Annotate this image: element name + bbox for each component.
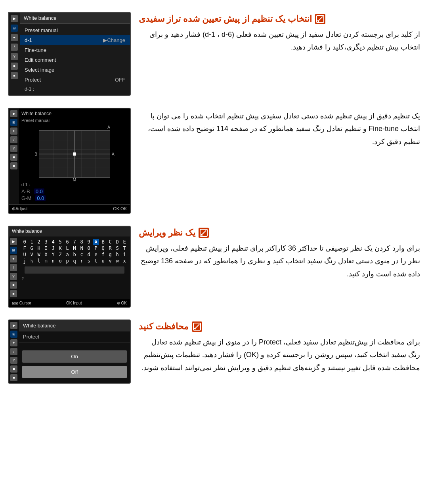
footer-cursor: ⊠⊠ Cursor (12, 301, 31, 305)
char-v: v (107, 258, 113, 264)
screen-4: ▶ ⊞ ✦ / Y ■ ■ White balance Protect On O… (8, 320, 131, 384)
grid-label-b2: B (34, 152, 37, 156)
char-X: X (43, 251, 49, 258)
screen-2-footer: ⊕Adjust OK OK (9, 204, 130, 213)
char-5: 5 (57, 239, 63, 245)
gm-row: G-M 0.0 (21, 195, 128, 201)
pencil-icon-1 (315, 14, 325, 24)
sidebar-icons-1: ▶ ⊞ ✦ / Y ■ ■ (9, 13, 20, 95)
screen2-d1: d-1 : (21, 182, 128, 187)
camera-screen-2: ▶ ⊞ ✦ / Y ■ ■ White balance Preset manua… (8, 108, 131, 214)
section-1-body: از کلید برای برجسته کردن تعادل سفید از پ… (139, 28, 420, 54)
page: ▶ ⊞ ✦ / Y ■ ■ White balance Preset manu (0, 0, 428, 407)
char-j: j (21, 258, 28, 264)
cam-icon-3: ✦ (11, 34, 18, 41)
section-3-heading-text: یک نظر ویرایش (139, 228, 195, 238)
char-c: c (78, 251, 85, 258)
char-R: R (107, 245, 113, 251)
grid-label-m: M (73, 178, 76, 182)
cam2-icon-5: Y (10, 145, 17, 152)
text-input-display[interactable] (25, 266, 124, 274)
menu-protect: Protect OFF (20, 75, 130, 85)
char-7: 7 (71, 239, 78, 245)
screen-1-content: White balance Preset manual d-1 ▶Change … (20, 13, 130, 95)
char-E: E (121, 239, 128, 245)
char-N: N (78, 245, 85, 251)
char-a: a (64, 251, 71, 258)
char-O: O (86, 245, 92, 251)
menu-preset-manual: Preset manual (20, 25, 130, 35)
cam2-icon-3: ✦ (10, 127, 17, 135)
camera-screen-1: ▶ ⊞ ✦ / Y ■ ■ White balance Preset manu (8, 12, 131, 96)
char-P: P (93, 245, 99, 251)
section-1-heading-text: انتخاب یک تنظیم از پیش تعیین شده تراز سف… (139, 14, 312, 24)
protect-on[interactable]: On (22, 350, 127, 363)
char-m: m (43, 258, 49, 264)
gm-value: 0.0 (35, 195, 46, 201)
pencil-icon-3 (199, 228, 209, 238)
editcomment-label: Edit comment (25, 57, 125, 63)
grid-svg (39, 131, 110, 177)
cam-icon-2: ⊞ (11, 25, 18, 32)
char-row-1: F G H I J K L M N O P Q R (21, 245, 128, 251)
screen-4-subtitle: Protect (19, 331, 130, 342)
screen-1-title: White balance (20, 13, 130, 24)
char-0: 0 (21, 239, 28, 245)
section-4-heading-text: محافظت کنید (139, 321, 189, 332)
char-B: B (100, 239, 106, 245)
screen-1-menu: Preset manual d-1 ▶Change Fine-tune Edit… (20, 24, 130, 95)
grid-label-a: A (107, 125, 110, 129)
cam4-icon-1: ▶ (10, 322, 17, 329)
cam2-icon-2: ⊞ (10, 119, 17, 126)
cam-icon-4: / (11, 44, 18, 51)
grid-label-a2: A (112, 152, 115, 156)
char-U: U (21, 251, 28, 258)
protect-options: On Off (19, 342, 130, 381)
screen-4-content: White balance Protect On Off (19, 320, 130, 383)
char-n: n (50, 258, 56, 264)
finetune-label: Fine-tune (25, 47, 125, 53)
protect-off[interactable]: Off (22, 366, 127, 378)
char-row-2: U V W X Y Z a b c d e f g (21, 251, 128, 258)
section-4-body: برای محافظت از پیش‌تنظیم تعادل سفید فعلی… (139, 336, 420, 374)
cam4-icon-5: Y (10, 357, 17, 364)
char-t: t (93, 258, 99, 264)
selectimage-label: Select image (25, 67, 125, 73)
char-d: d (86, 251, 92, 258)
char-A: A (93, 239, 99, 245)
char-C: C (107, 239, 113, 245)
char-k: k (29, 258, 35, 264)
sidebar-icons-4: ▶ ⊞ ✦ / Y ■ ■ (9, 320, 19, 383)
ab-row: A-B 0.0 (21, 188, 128, 194)
char-8: 8 (78, 239, 85, 245)
char-Y: Y (50, 251, 56, 258)
char-S: S (114, 245, 120, 251)
char-g: g (107, 251, 113, 258)
section-1: ▶ ⊞ ✦ / Y ■ ■ White balance Preset manu (8, 12, 420, 96)
char-q: q (71, 258, 78, 264)
menu-finetune: Fine-tune (20, 45, 130, 55)
d1-arrow: ▶Change (103, 37, 125, 43)
sidebar-icons-2: ▶ ⊞ ✦ / Y ■ ■ (9, 108, 19, 204)
char-f: f (100, 251, 106, 258)
char-2: 2 (36, 239, 42, 245)
char-L: L (64, 245, 71, 251)
char-D: D (114, 239, 120, 245)
char-W: W (36, 251, 42, 258)
preset-manual-label: Preset manual (25, 27, 125, 33)
char-1: 1 (29, 239, 35, 245)
svg-rect-15 (73, 152, 76, 156)
char-F: F (21, 245, 28, 251)
menu-selectimage: Select image (20, 65, 130, 75)
char-H: H (36, 245, 42, 251)
char-o: o (57, 258, 63, 264)
char-row-0: 0 1 2 3 4 5 6 7 8 9 A B C (21, 239, 128, 245)
footer-ok: ⊕ OK (117, 301, 127, 305)
section-3-heading: یک نظر ویرایش (139, 228, 420, 238)
cam3-icon-4: / (10, 264, 17, 271)
screen-2: ▶ ⊞ ✦ / Y ■ ■ White balance Preset manua… (8, 108, 131, 214)
cam-icon-1: ▶ (11, 15, 18, 22)
cam3-icon-3: ✦ (10, 255, 17, 262)
cam-icon-7: ■ (11, 72, 18, 79)
section-2-body: یک تنظیم دقیق از پیش تنظیم شده دستی تعاد… (139, 110, 420, 148)
